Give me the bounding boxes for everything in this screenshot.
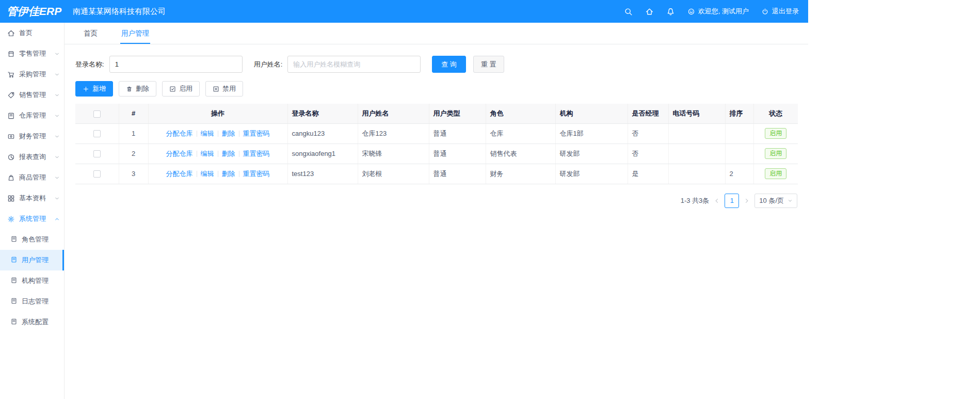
separator: [197, 131, 197, 137]
sidebar-item-goods[interactable]: 商品管理: [0, 167, 64, 188]
delete-button[interactable]: 删除: [119, 81, 156, 97]
col-status: 状态: [753, 104, 798, 123]
cell-phone: [668, 123, 725, 143]
action-assign-warehouse[interactable]: 分配仓库: [166, 169, 193, 179]
prev-page-button[interactable]: [714, 198, 720, 204]
cell-org: 研发部: [555, 164, 628, 184]
row-checkbox[interactable]: [93, 150, 101, 157]
action-delete[interactable]: 删除: [222, 129, 235, 138]
welcome-text: 欢迎您, 测试用户: [698, 7, 749, 16]
sidebar-item-purchase[interactable]: 采购管理: [0, 64, 64, 85]
app-logo: 管伊佳ERP: [0, 4, 65, 19]
sidebar-item-role-management[interactable]: 角色管理: [0, 229, 64, 250]
check-square-icon: [169, 86, 176, 92]
cell-phone: [668, 164, 725, 184]
search-icon[interactable]: [624, 7, 633, 16]
chevron-right-icon: [744, 198, 750, 204]
trash-icon: [126, 86, 133, 92]
current-page-button[interactable]: 1: [725, 194, 739, 208]
money-icon: [7, 133, 15, 140]
sidebar-item-finance[interactable]: 财务管理: [0, 126, 64, 147]
status-badge: 启用: [765, 168, 786, 179]
cell-org: 仓库1部: [555, 123, 628, 143]
cell-index: 3: [119, 164, 148, 184]
sidebar-item-label: 报表查询: [19, 152, 46, 162]
sidebar-item-basic-data[interactable]: 基本资料: [0, 188, 64, 209]
pagination-total: 1-3 共3条: [681, 196, 710, 205]
separator: [197, 171, 197, 177]
col-org: 机构: [555, 104, 628, 123]
sidebar-item-reports[interactable]: 报表查询: [0, 147, 64, 167]
chevron-down-icon: [54, 72, 60, 77]
home-icon[interactable]: [645, 7, 654, 16]
filter-bar: 登录名称: 用户姓名: 查 询 重 置: [75, 56, 797, 73]
welcome-user[interactable]: 欢迎您, 测试用户: [687, 7, 749, 16]
action-reset-password[interactable]: 重置密码: [243, 129, 270, 138]
action-assign-warehouse[interactable]: 分配仓库: [166, 149, 193, 158]
page-size-select[interactable]: 10 条/页: [754, 194, 797, 208]
sidebar-item-retail[interactable]: 零售管理: [0, 43, 64, 64]
cell-index: 1: [119, 123, 148, 143]
sidebar-item-system[interactable]: 系统管理: [0, 209, 64, 229]
sidebar-item-label: 首页: [19, 28, 33, 38]
disable-button[interactable]: 禁用: [205, 81, 243, 97]
action-delete[interactable]: 删除: [222, 169, 235, 179]
row-checkbox[interactable]: [93, 130, 101, 137]
next-page-button[interactable]: [744, 198, 750, 204]
delete-button-label: 删除: [136, 84, 149, 93]
action-edit[interactable]: 编辑: [201, 129, 214, 138]
chevron-down-icon: [54, 134, 60, 139]
user-name-input[interactable]: [287, 56, 421, 73]
sidebar-item-org-management[interactable]: 机构管理: [0, 270, 64, 291]
sidebar-item-warehouse[interactable]: 仓库管理: [0, 105, 64, 126]
reset-button[interactable]: 重 置: [473, 56, 504, 73]
home-icon: [7, 29, 15, 37]
action-reset-password[interactable]: 重置密码: [243, 169, 270, 179]
cell-name: 仓库123: [358, 123, 429, 143]
add-button[interactable]: 新增: [75, 81, 113, 97]
tag-icon: [7, 91, 15, 99]
plus-icon: [83, 86, 89, 92]
sidebar: 首页 零售管理 采购管理 销售管理 仓库管理 财务管理: [0, 23, 65, 399]
sidebar-item-label: 财务管理: [19, 132, 46, 141]
bell-icon[interactable]: [666, 7, 675, 16]
separator: [239, 131, 239, 137]
action-reset-password[interactable]: 重置密码: [243, 149, 270, 158]
tab-home[interactable]: 首页: [83, 29, 99, 44]
select-all-checkbox[interactable]: [93, 110, 101, 118]
sidebar-item-log-management[interactable]: 日志管理: [0, 291, 64, 312]
cell-type: 普通: [429, 143, 486, 164]
search-button[interactable]: 查 询: [432, 56, 466, 73]
col-manager: 是否经理: [628, 104, 668, 123]
pie-chart-icon: [7, 153, 15, 161]
action-edit[interactable]: 编辑: [201, 169, 214, 179]
sidebar-item-system-config[interactable]: 系统配置: [0, 312, 64, 332]
disable-button-label: 禁用: [222, 84, 236, 93]
power-icon: [761, 8, 769, 15]
cart-icon: [7, 71, 15, 78]
sidebar-item-label: 用户管理: [22, 256, 49, 265]
document-icon: [10, 277, 18, 285]
sidebar-item-label: 机构管理: [22, 276, 49, 285]
logout-button[interactable]: 退出登录: [761, 7, 799, 16]
login-name-label: 登录名称:: [75, 60, 104, 69]
sidebar-item-label: 零售管理: [19, 49, 46, 58]
col-actions: 操作: [148, 104, 287, 123]
tab-user-management[interactable]: 用户管理: [120, 29, 150, 44]
col-role: 角色: [486, 104, 555, 123]
cell-role: 财务: [486, 164, 555, 184]
sidebar-item-sales[interactable]: 销售管理: [0, 85, 64, 105]
chevron-down-icon: [54, 175, 60, 181]
action-assign-warehouse[interactable]: 分配仓库: [166, 129, 193, 138]
action-delete[interactable]: 删除: [222, 149, 235, 158]
cell-login: songxiaofeng1: [287, 143, 358, 164]
login-name-input[interactable]: [109, 56, 243, 73]
gear-icon: [7, 215, 15, 223]
sidebar-item-user-management[interactable]: 用户管理: [0, 250, 64, 270]
action-edit[interactable]: 编辑: [201, 149, 214, 158]
smile-icon: [687, 8, 695, 15]
enable-button[interactable]: 启用: [162, 81, 200, 97]
sidebar-item-home[interactable]: 首页: [0, 23, 64, 43]
sidebar-item-label: 基本资料: [19, 194, 46, 203]
row-checkbox[interactable]: [93, 170, 101, 178]
